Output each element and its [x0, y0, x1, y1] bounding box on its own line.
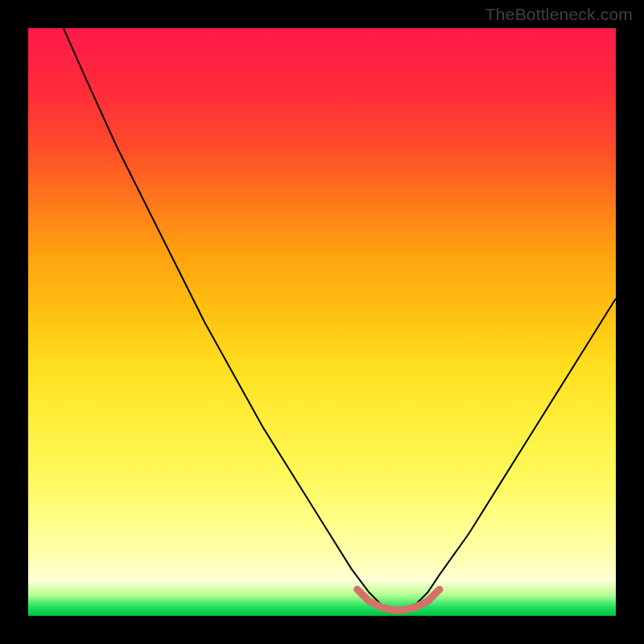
watermark-text: TheBottleneck.com [485, 5, 633, 24]
plot-area [28, 28, 616, 616]
chart-container: TheBottleneck.com [0, 0, 644, 644]
chart-svg [28, 28, 616, 616]
bottleneck-curve [64, 28, 616, 610]
